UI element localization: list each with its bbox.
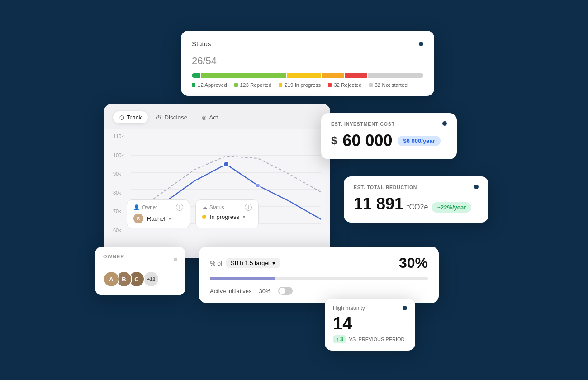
owner-avatar: R: [133, 214, 143, 223]
reduction-unit: tCO2e: [407, 203, 428, 211]
select-chevron: ▾: [272, 260, 275, 266]
maturity-card: High maturity 14 ↑ 3 VS. PREVIOUS PERIOD: [325, 299, 415, 351]
tab-track[interactable]: ⬡ Track: [113, 111, 148, 124]
owner-card-dot: [174, 258, 177, 261]
percent-value: 30%: [399, 255, 428, 271]
status-title: Status: [192, 40, 211, 48]
status-chevron: ▾: [243, 214, 245, 219]
invest-value: $ 60 000 $6 000/year: [331, 131, 447, 150]
disclose-icon: ⏱: [156, 114, 161, 121]
legend-dot-notstarted: [369, 83, 373, 87]
owner-card: OWNER A B C +12: [95, 247, 185, 295]
chart-area: 110k 100k 90k 80k 70k 60k: [104, 129, 330, 242]
invest-dot: [442, 121, 447, 126]
vs-arrow: ↑: [336, 336, 339, 342]
owner-label: 👤 Owner: [133, 204, 157, 210]
status-filter-value[interactable]: In progress ▾: [202, 214, 252, 220]
active-initiatives-value: 30%: [259, 288, 270, 294]
maturity-header: High maturity: [333, 305, 407, 311]
owner-chevron: ▾: [169, 216, 171, 221]
invest-card: EST. INVESTMENT COST $ 60 000 $6 000/yea…: [321, 113, 457, 159]
maturity-label: High maturity: [333, 305, 365, 311]
owner-filter-label-row: 👤 Owner i: [133, 204, 183, 211]
legend-inprogress: 219 In progress: [279, 82, 321, 88]
progress-reported: [201, 73, 286, 78]
status-filter-label: ☁ Status: [202, 204, 224, 210]
progress-rejected-orange: [322, 73, 344, 78]
reduction-card-header: EST. TOTAL REDUCTION: [354, 185, 479, 195]
owner-icon: 👤: [133, 204, 140, 210]
active-toggle[interactable]: [278, 287, 293, 295]
progress-inprogress: [287, 73, 321, 78]
status-dot-indicator: [419, 42, 423, 46]
filter-row: 👤 Owner i R Rachel ▾ ☁ Status: [127, 200, 259, 228]
vs-num: ↑ 3: [333, 335, 346, 343]
target-select[interactable]: SBTi 1.5 target ▾: [226, 258, 280, 268]
chart-card: ⬡ Track ⏱ Disclose ◎ Act 110k 100k 90k 8…: [104, 104, 330, 258]
avatar-1: A: [103, 271, 119, 287]
progress-approved: [192, 73, 200, 78]
status-legend: 12 Approved 123 Reported 219 In progress…: [192, 82, 423, 88]
percent-header: % of SBTi 1.5 target ▾ 30%: [210, 255, 428, 271]
owner-card-label: OWNER: [103, 254, 124, 259]
reduction-card: EST. TOTAL REDUCTION 11 891 tCO2e ~22%/y…: [344, 176, 488, 223]
status-filter-icon: ☁: [202, 204, 207, 210]
invest-currency: $: [331, 134, 337, 147]
status-count: 26/54: [192, 51, 423, 68]
legend-dot-rejected: [328, 83, 332, 87]
invest-amount: 60 000: [342, 131, 392, 150]
owner-info-icon[interactable]: i: [176, 204, 183, 211]
active-initiatives-label: Active initiatives: [210, 288, 251, 294]
status-filter-dot: [202, 215, 206, 219]
tab-act[interactable]: ◎ Act: [195, 111, 224, 124]
reduction-value-row: 11 891 tCO2e ~22%/year: [354, 195, 479, 214]
reduction-label: EST. TOTAL REDUCTION: [354, 185, 417, 190]
legend-dot-reported: [234, 83, 238, 87]
act-icon: ◎: [202, 114, 206, 121]
legend-reported: 123 Reported: [234, 82, 272, 88]
vs-badge: ↑ 3 VS. PREVIOUS PERIOD: [333, 335, 407, 343]
status-filter: ☁ Status i In progress ▾: [195, 200, 259, 228]
percent-left: % of SBTi 1.5 target ▾: [210, 258, 280, 268]
percent-prefix: % of: [210, 260, 223, 267]
legend-dot-inprogress: [279, 83, 282, 87]
status-filter-label-row: ☁ Status i: [202, 204, 252, 211]
percent-progress-bar: [210, 277, 428, 280]
status-card: Status 26/54 12 Approved 123 Reported 21…: [181, 31, 434, 96]
legend-approved: 12 Approved: [192, 82, 227, 88]
tab-disclose[interactable]: ⏱ Disclose: [150, 111, 194, 124]
avatars-row: A B C +12: [103, 271, 177, 287]
svg-point-7: [256, 183, 260, 188]
percent-footer: Active initiatives 30%: [210, 287, 428, 295]
percent-fill: [210, 277, 275, 280]
y-axis-labels: 110k 100k 90k 80k 70k 60k: [113, 133, 124, 233]
reduction-num: 11 891: [354, 195, 403, 214]
status-card-header: Status: [192, 40, 423, 48]
legend-notstarted: 32 Not started: [369, 82, 408, 88]
progress-notstarted: [368, 73, 423, 78]
owner-value[interactable]: R Rachel ▾: [133, 214, 183, 223]
avatar-more: +12: [143, 271, 159, 287]
maturity-num: 14: [333, 314, 407, 333]
invest-label: EST. INVESTMENT COST: [331, 121, 395, 127]
invest-card-header: EST. INVESTMENT COST: [331, 121, 447, 131]
legend-dot-approved: [192, 83, 195, 87]
reduction-badge: ~22%/year: [432, 202, 471, 213]
legend-rejected: 32 Rejected: [328, 82, 361, 88]
invest-badge: $6 000/year: [398, 136, 440, 146]
reduction-dot: [474, 185, 479, 189]
track-icon: ⬡: [119, 114, 124, 121]
owner-filter: 👤 Owner i R Rachel ▾: [127, 200, 190, 228]
chart-tabs: ⬡ Track ⏱ Disclose ◎ Act: [104, 104, 330, 129]
progress-rejected: [345, 73, 367, 78]
percent-card: % of SBTi 1.5 target ▾ 30% Active initia…: [199, 247, 439, 303]
maturity-dot: [403, 306, 407, 310]
vs-label: VS. PREVIOUS PERIOD: [349, 337, 405, 342]
svg-point-6: [223, 162, 229, 167]
status-filter-info-icon[interactable]: i: [245, 204, 252, 211]
status-progress-bar: [192, 73, 423, 78]
